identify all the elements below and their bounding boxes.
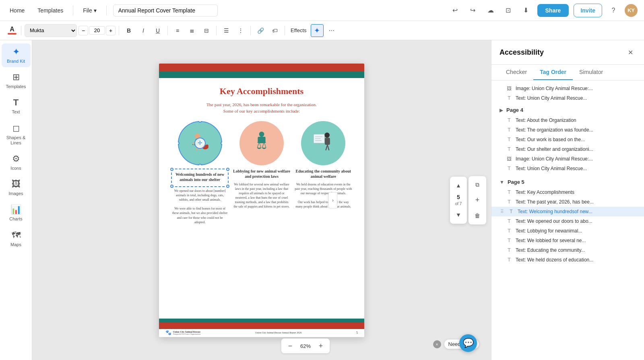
sidebar-item-text[interactable]: T Text <box>2 94 31 118</box>
tag-page5-item-4[interactable]: T Text: We opened our doors to abo... <box>491 216 644 226</box>
tab-tag-order[interactable]: Tag Order <box>533 65 573 80</box>
sidebar-item-shapes[interactable]: ◻ Shapes & Lines <box>2 120 31 149</box>
numbered-list-button[interactable]: ⋮ <box>234 24 247 37</box>
tag-page5-item-5[interactable]: T Text: Lobbying for newanimal... <box>491 226 644 236</box>
sidebar-item-charts-label: Charts <box>9 216 22 222</box>
align-left-button[interactable]: ≡ <box>171 24 184 37</box>
tab-simulator[interactable]: Simulator <box>573 65 609 80</box>
download-button[interactable]: ⬇ <box>520 4 533 17</box>
tag-page5-item-3[interactable]: ⠿ T Text: Welcoming hundredsof new... <box>491 207 644 216</box>
tag-page4-item-1[interactable]: T Text: About the Organization <box>491 115 644 125</box>
page-down-button[interactable]: ▼ <box>452 209 464 220</box>
cloud-save-icon[interactable]: ☁ <box>484 4 497 17</box>
nav-divider <box>73 6 73 15</box>
tag-page4-item-4[interactable]: T Text: Our shelter and organizationi... <box>491 144 644 154</box>
line-spacing-button[interactable]: ≣ <box>186 24 198 37</box>
help-icon[interactable]: ? <box>607 4 620 17</box>
accomplishment-col-1: ✛ Welcoming hundreds of new animals into… <box>171 121 229 225</box>
svg-rect-15 <box>325 138 330 145</box>
italic-button[interactable]: I <box>137 24 150 37</box>
page-display: 5 of 7 <box>455 193 462 207</box>
file-menu[interactable]: File ▾ <box>80 6 100 15</box>
sidebar-item-images-label: Images <box>8 191 23 196</box>
text-color-button[interactable]: A <box>6 26 18 35</box>
sidebar-item-images[interactable]: 🖼 Images <box>2 176 31 200</box>
column-button[interactable]: ⊟ <box>200 24 213 37</box>
delete-page-button[interactable]: 🗑 <box>471 209 484 222</box>
toolbar-sep-6 <box>285 26 285 35</box>
share-button[interactable]: Share <box>537 4 569 17</box>
svg-point-14 <box>325 132 330 138</box>
sidebar-item-brand-label: Brand Kit <box>7 59 25 64</box>
sidebar-item-maps-label: Maps <box>10 242 21 247</box>
tag-page4-item-2[interactable]: T Text: The organization was founde... <box>491 125 644 135</box>
font-size-increase[interactable]: + <box>106 26 116 35</box>
add-page-button[interactable]: + <box>471 194 484 207</box>
tag-page5-item-6[interactable]: T Text: We lobbied for several ne... <box>491 236 644 245</box>
tag-page5-item-2[interactable]: T Text: The past year, 2026, has bee... <box>491 197 644 207</box>
frame-icon[interactable]: ⊡ <box>502 4 515 17</box>
font-family-select[interactable]: Mukta <box>25 24 77 37</box>
more-options-button[interactable]: ⋯ <box>325 24 338 37</box>
toolbar: A Mukta − 20 + B I U ≡ ≣ ⊟ ☰ ⋮ 🔗 🏷 Effec… <box>0 21 644 40</box>
sidebar-item-templates[interactable]: ⊞ Templates <box>2 69 31 93</box>
tag-page5-item-8[interactable]: T Text: We held dozens of education... <box>491 255 644 265</box>
page-content: Key Accomplishments The past year, 2026,… <box>159 78 364 238</box>
acc-body-1: We opened our doors to about [number] an… <box>171 189 229 225</box>
tag-item-above-1[interactable]: 🖼 Image: Union City Animal Rescue:... <box>491 84 644 93</box>
sidebar-item-brand[interactable]: ✦ Brand Kit <box>2 43 31 67</box>
underline-button[interactable]: U <box>151 24 164 37</box>
need-help-close-button[interactable]: × <box>433 340 441 348</box>
svg-rect-12 <box>258 137 265 143</box>
tab-checker[interactable]: Checker <box>500 65 533 80</box>
maps-icon: 🗺 <box>12 230 21 241</box>
accomplishment-col-2: ⚖ Lobbying for new animal welfare and pr… <box>233 121 290 225</box>
sidebar-item-charts[interactable]: 📊 Charts <box>2 201 31 225</box>
tag-page5-item-7[interactable]: T Text: Educating the community... <box>491 245 644 255</box>
effects-button[interactable]: Effects <box>288 26 309 35</box>
zoom-in-button[interactable]: + <box>315 340 326 352</box>
page-subtitle: The past year, 2026, has been remarkable… <box>171 101 352 115</box>
tag-item-above-2[interactable]: T Text: Union City Animal Rescue... <box>491 93 644 103</box>
sidebar-item-maps[interactable]: 🗺 Maps <box>2 227 31 251</box>
page-4-header[interactable]: ▶ Page 4 <box>491 105 644 115</box>
page-5-header[interactable]: ▼ Page 5 <box>491 177 644 187</box>
document-title-input[interactable] <box>113 4 218 16</box>
panel-tabs: Checker Tag Order Simulator <box>491 65 644 80</box>
font-size-value[interactable]: 20 <box>89 26 105 35</box>
canvas-area[interactable]: Key Accomplishments The past year, 2026,… <box>32 40 491 360</box>
collapse-panel-button[interactable]: › <box>328 192 337 208</box>
font-size-control: − 20 + <box>78 26 116 35</box>
sidebar-item-templates-label: Templates <box>6 84 26 89</box>
font-size-decrease[interactable]: − <box>78 26 88 35</box>
page-4-title: Page 4 <box>506 107 523 113</box>
nav-templates[interactable]: Templates <box>34 6 66 15</box>
redo-button[interactable]: ↪ <box>466 4 479 17</box>
acc-circle-1: ✛ <box>178 121 222 165</box>
tag-page4-item-6[interactable]: T Text: Union City Animal Rescue... <box>491 164 644 173</box>
bold-button[interactable]: B <box>122 24 135 37</box>
text-t-icon: T <box>506 127 512 133</box>
nav-home[interactable]: Home <box>6 6 28 15</box>
sidebar-item-icons[interactable]: ⚙ Icons <box>2 150 31 174</box>
link-button[interactable]: 🔗 <box>254 24 267 37</box>
zoom-controls: − 62% + <box>281 338 330 354</box>
page-up-button[interactable]: ▲ <box>452 180 464 191</box>
nav-right: ↩ ↪ ☁ ⊡ ⬇ Share Invite ? KY <box>449 4 638 17</box>
bullet-list-button[interactable]: ☰ <box>220 24 233 37</box>
invite-button[interactable]: Invite <box>574 4 602 17</box>
tag-page4-item-3[interactable]: T Text: Our work is based on the... <box>491 135 644 144</box>
panel-close-button[interactable]: ✕ <box>625 47 636 58</box>
zoom-out-button[interactable]: − <box>285 340 296 352</box>
page-5-title: Page 5 <box>508 179 524 185</box>
chat-bubble-button[interactable]: 💬 <box>459 334 477 352</box>
image-type-icon: 🖼 <box>506 86 512 91</box>
page-footer-teal-bar <box>159 319 364 323</box>
tag-page5-item-1[interactable]: T Text: Key Accomplishments <box>491 187 644 197</box>
ai-button[interactable]: ✦ <box>311 24 324 37</box>
tag-page4-item-5[interactable]: 🖼 Image: Union City Animal Rescue:... <box>491 154 644 164</box>
undo-button[interactable]: ↩ <box>449 4 462 17</box>
tag-button[interactable]: 🏷 <box>268 24 281 37</box>
avatar[interactable]: KY <box>625 4 638 17</box>
duplicate-page-button[interactable]: ⧉ <box>471 179 484 191</box>
